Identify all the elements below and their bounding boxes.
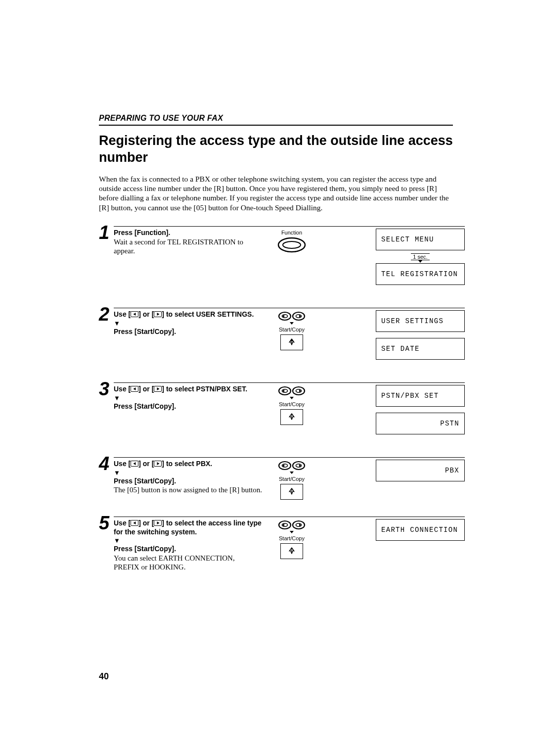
down-triangle-icon: ▼ bbox=[114, 320, 262, 327]
svg-point-27 bbox=[279, 521, 291, 529]
step-text: Use [] or [] to select the access line t… bbox=[114, 519, 262, 572]
svg-point-30 bbox=[293, 521, 305, 529]
step-number: 2 bbox=[99, 305, 114, 324]
step-text: Use [] or [] to select PSTN/PBX SET. ▼ P… bbox=[114, 385, 262, 411]
nav-start-icon: Start/Copy bbox=[262, 311, 321, 350]
lcd-display: TEL REGISTRATION bbox=[376, 263, 465, 285]
down-triangle-icon bbox=[290, 322, 294, 325]
svg-point-14 bbox=[293, 387, 305, 395]
step-5: 5 Use [] or [] to select the access line… bbox=[99, 517, 465, 572]
down-triangle-icon: ▼ bbox=[114, 470, 262, 476]
lcd-display: SET DATE bbox=[376, 338, 465, 360]
nav-start-icon: Start/Copy bbox=[262, 386, 321, 425]
function-button-icon: Function bbox=[262, 230, 321, 253]
step-number: 1 bbox=[99, 223, 114, 242]
step-4: 4 Use [] or [] to select PBX. ▼ Press [S… bbox=[99, 457, 465, 500]
wait-indicator: 1 sec. bbox=[376, 253, 465, 260]
lcd-display: PSTN bbox=[376, 413, 465, 434]
down-triangle-icon bbox=[290, 397, 294, 399]
start-copy-button-icon bbox=[280, 484, 303, 500]
intro-paragraph: When the fax is connected to a PBX or ot… bbox=[99, 174, 453, 213]
lcd-column: USER SETTINGS SET DATE bbox=[376, 310, 465, 366]
down-triangle-icon bbox=[290, 472, 294, 474]
right-arrow-icon bbox=[154, 461, 162, 467]
down-triangle-icon: ▼ bbox=[114, 395, 262, 401]
svg-point-19 bbox=[279, 462, 291, 470]
svg-point-11 bbox=[279, 387, 291, 395]
left-arrow-icon bbox=[131, 520, 138, 526]
step-number: 5 bbox=[99, 514, 114, 532]
left-arrow-icon bbox=[131, 311, 138, 317]
lcd-display: PSTN/PBX SET bbox=[376, 385, 465, 407]
nav-start-icon: Start/Copy bbox=[262, 520, 321, 559]
right-arrow-icon bbox=[154, 386, 162, 392]
start-copy-button-icon bbox=[280, 334, 303, 350]
step-number: 4 bbox=[99, 454, 114, 473]
svg-point-5 bbox=[293, 312, 305, 320]
left-arrow-icon bbox=[131, 386, 138, 392]
page-number: 40 bbox=[99, 671, 109, 682]
lcd-column: EARTH CONNECTION bbox=[376, 519, 465, 547]
down-triangle-icon: ▼ bbox=[114, 537, 262, 544]
step-2: 2 Use [] or [] to select USER SETTINGS. … bbox=[99, 308, 465, 366]
step-1: 1 Press [Function]. Wait a second for TE… bbox=[99, 226, 465, 291]
section-heading: PREPARING TO USE YOUR FAX bbox=[99, 114, 453, 126]
step-3: 3 Use [] or [] to select PSTN/PBX SET. ▼… bbox=[99, 382, 465, 440]
svg-point-22 bbox=[293, 462, 305, 470]
page-title: Registering the access type and the outs… bbox=[99, 133, 453, 166]
svg-point-2 bbox=[279, 312, 291, 320]
down-triangle-icon bbox=[290, 531, 294, 533]
start-copy-button-icon bbox=[280, 409, 303, 425]
right-arrow-icon bbox=[154, 311, 162, 317]
svg-point-1 bbox=[283, 241, 301, 248]
steps-list: 1 Press [Function]. Wait a second for TE… bbox=[99, 226, 465, 572]
lcd-column: PSTN/PBX SET PSTN bbox=[376, 385, 465, 440]
lcd-display: SELECT MENU bbox=[376, 229, 465, 250]
step-text: Use [] or [] to select PBX. ▼ Press [Sta… bbox=[114, 460, 262, 495]
step-text: Use [] or [] to select USER SETTINGS. ▼ … bbox=[114, 310, 262, 336]
lcd-display: USER SETTINGS bbox=[376, 310, 465, 332]
lcd-column: PBX bbox=[376, 460, 465, 487]
page: PREPARING TO USE YOUR FAX Registering th… bbox=[0, 0, 534, 756]
left-arrow-icon bbox=[131, 461, 138, 467]
lcd-display: EARTH CONNECTION bbox=[376, 519, 465, 541]
step-number: 3 bbox=[99, 379, 114, 398]
lcd-column: SELECT MENU 1 sec. TEL REGISTRATION bbox=[376, 229, 465, 291]
right-arrow-icon bbox=[154, 520, 162, 526]
nav-start-icon: Start/Copy bbox=[262, 461, 321, 500]
step-text: Press [Function]. Wait a second for TEL … bbox=[114, 229, 262, 256]
lcd-display: PBX bbox=[376, 460, 465, 481]
start-copy-button-icon bbox=[280, 543, 303, 559]
